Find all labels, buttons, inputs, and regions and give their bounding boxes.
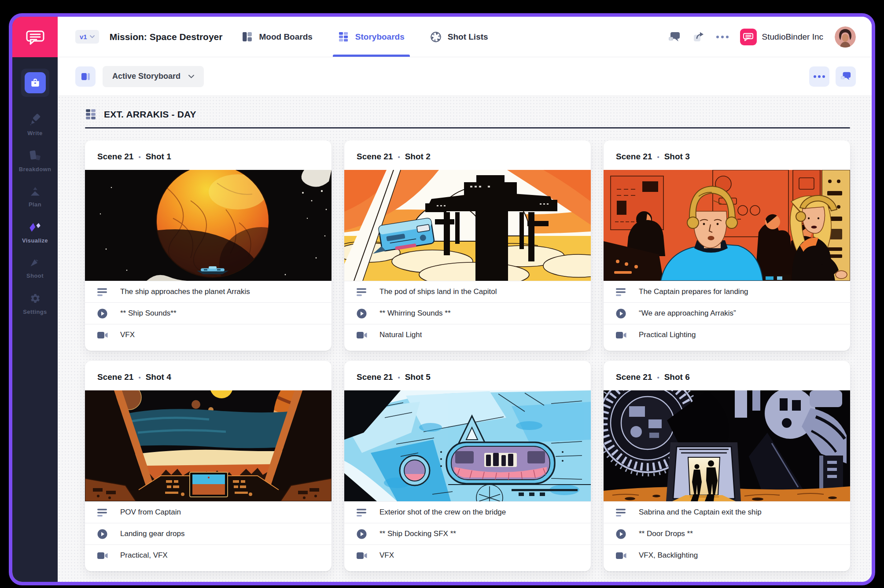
sidebar-item-label: Visualize [22,237,48,244]
storyboard-image-exit[interactable] [604,390,850,501]
audio-row[interactable]: ** Whirring Sounds ** [344,302,591,324]
scene-label: Scene 21 [97,372,133,382]
audio-row[interactable]: ** Ship Docking SFX ** [344,523,591,544]
description-icon [97,287,109,297]
tab-mood-boards[interactable]: Mood Boards [242,17,312,57]
board-more-button[interactable] [809,66,829,87]
sidebar-item-label: Write [27,130,42,136]
project-title: Mission: Space Destroyer [110,32,223,42]
dot-separator: • [398,374,400,381]
shot-card: Scene 21 • Shot 3 [604,140,850,351]
briefcase-icon [25,72,46,93]
storyboard-image-cockpit[interactable] [85,390,332,501]
sidebar-item-shoot[interactable]: Shoot [26,257,44,279]
main-column: v1 Mission: Space Destroyer Mood Boards [58,17,872,582]
camera-row[interactable]: VFX [344,544,591,566]
studiobinder-logo[interactable] [12,17,58,57]
storyboard-content: EXT. ARRAKIS - DAY Scene 21 • Shot 1 [58,96,872,582]
video-camera-icon [357,551,368,560]
sidebar-item-projects[interactable] [21,69,49,97]
camera-row[interactable]: Natural Light [344,324,591,345]
video-camera-icon [97,331,109,339]
shoot-clapper-icon [28,257,41,268]
camera-row[interactable]: VFX, Backlighting [604,544,850,566]
storyboard-image-bridge[interactable] [344,390,591,501]
sidebar-nav: Write Breakdown Plan [12,57,58,328]
storyboard-selector-value: Active Storyboard [112,72,180,81]
play-icon [97,309,109,319]
ellipsis-icon [814,75,825,78]
description-row[interactable]: The Captain prepares for landing [604,281,850,302]
share-button[interactable] [692,31,705,43]
board-comments-button[interactable] [836,66,856,87]
camera-row[interactable]: Practical, VFX [85,544,332,566]
sidebar-item-settings[interactable]: Settings [23,292,47,315]
avatar[interactable] [835,26,856,48]
comments-button[interactable] [668,31,681,43]
active-tab-underline [333,55,410,57]
storyboard-image-capitol[interactable] [344,170,591,281]
shot-description: The Captain prepares for landing [639,287,748,296]
shot-card-header: Scene 21 • Shot 3 [604,140,850,170]
shot-camera: VFX [379,551,394,560]
description-icon [357,508,368,517]
shot-description: Exterior shot of the crew on the bridge [379,508,506,517]
camera-row[interactable]: Practical Lighting [604,324,850,345]
audio-row[interactable]: Landing gear drops [85,523,332,544]
scene-label: Scene 21 [357,152,393,162]
diamonds-icon [27,221,42,233]
camera-row[interactable]: VFX [85,324,332,345]
shot-label: Shot 4 [146,372,171,382]
storyboard-image-planet[interactable] [85,170,332,281]
audio-row[interactable]: “We are approaching Arrakis” [604,302,850,324]
shot-label: Shot 1 [146,152,171,162]
description-row[interactable]: Sabrina and the Captain exit the ship [604,501,850,523]
storyboard-toolbar: Active Storyboard [58,57,872,96]
share-export-icon [692,31,705,43]
description-icon [616,287,627,297]
scene-label: Scene 21 [357,372,393,382]
description-row[interactable]: POV from Captain [85,501,332,523]
play-icon [357,309,368,319]
version-label: v1 [80,33,87,40]
shot-card: Scene 21 • Shot 2 [344,140,591,351]
play-icon [616,309,627,319]
shot-audio: ** Ship Sounds** [120,309,177,318]
description-row[interactable]: The ship approaches the planet Arrakis [85,281,332,302]
more-options-button[interactable] [716,36,729,38]
sidebar-item-visualize[interactable]: Visualize [22,221,48,244]
sidebar-item-breakdown[interactable]: Breakdown [19,150,52,173]
audio-row[interactable]: ** Ship Sounds** [85,302,332,324]
tab-label: Storyboards [355,32,405,42]
board-view-button[interactable] [75,66,96,87]
description-row[interactable]: The pod of ships land in the Capitol [344,281,591,302]
sidebar-item-label: Breakdown [19,166,52,173]
audio-row[interactable]: ** Door Drops ** [604,523,850,544]
mood-boards-icon [242,31,253,42]
shot-card-header: Scene 21 • Shot 2 [344,140,591,170]
scene-divider [85,127,850,129]
shot-label: Shot 5 [405,372,431,382]
org-logo-icon [740,29,757,45]
version-chip[interactable]: v1 [75,30,99,44]
sidebar-item-plan[interactable]: Plan [29,186,42,208]
sidebar-item-write[interactable]: Write [27,114,42,136]
description-row[interactable]: Exterior shot of the crew on the bridge [344,501,591,523]
video-camera-icon [357,331,368,339]
shot-camera: VFX [120,331,135,339]
tab-shot-lists[interactable]: Shot Lists [430,17,488,57]
sidebar-item-label: Settings [23,309,47,315]
shot-card-header: Scene 21 • Shot 1 [85,140,332,170]
sidebar: Write Breakdown Plan [12,17,58,582]
video-camera-icon [616,331,627,339]
tab-storyboards[interactable]: Storyboards [338,17,405,57]
dot-separator: • [138,374,140,381]
shot-audio: Landing gear drops [120,529,185,538]
storyboard-selector[interactable]: Active Storyboard [103,66,204,87]
description-icon [97,508,109,517]
scene-section-header: EXT. ARRAKIS - DAY [85,108,850,120]
storyboard-image-crew[interactable] [604,170,850,281]
scene-heading: EXT. ARRAKIS - DAY [104,109,196,120]
org-switcher[interactable]: StudioBinder Inc [740,29,823,45]
shot-audio: ** Ship Docking SFX ** [379,529,456,538]
